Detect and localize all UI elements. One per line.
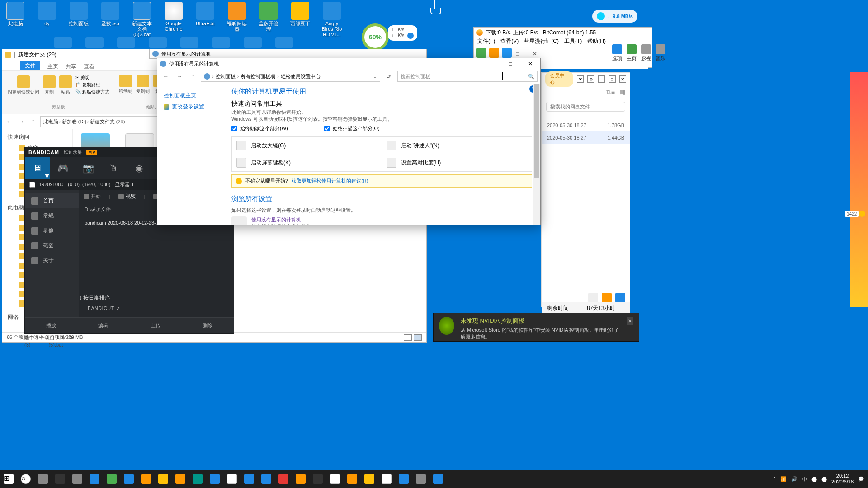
- maximize-button[interactable]: □: [509, 49, 526, 59]
- file-row[interactable]: 2020-05-30 18:271.78GB: [542, 119, 630, 131]
- start-button[interactable]: ⊞: [0, 470, 17, 488]
- view-lock[interactable]: [615, 293, 625, 303]
- nav-image[interactable]: 截图: [25, 238, 79, 253]
- bandicut-button[interactable]: BANDICUT ↗: [84, 302, 229, 314]
- btn-cut[interactable]: ✂ 剪切: [75, 75, 109, 81]
- taskbar-app[interactable]: [412, 470, 429, 488]
- desktop-icon[interactable]: [115, 37, 137, 48]
- net-speed-widget[interactable]: ↑ - K/s↓ - K/s: [388, 25, 417, 41]
- menu-view[interactable]: 查看(V): [500, 38, 519, 47]
- clock[interactable]: 20:122020/6/18: [831, 473, 854, 485]
- mode-screen[interactable]: 🖥▾: [25, 157, 50, 179]
- btn-upload[interactable]: 上传: [151, 322, 160, 329]
- desktop-icon[interactable]: dy: [36, 2, 58, 37]
- nav-fwd[interactable]: →: [174, 73, 185, 80]
- option-row[interactable]: 使用没有显示的计算机 为有视力障碍的人进行优化: [231, 214, 532, 225]
- btn-moveto[interactable]: 移动到: [119, 75, 132, 94]
- taskbar-app[interactable]: [172, 470, 189, 488]
- tb-music[interactable]: 音乐: [656, 44, 665, 62]
- mail-icon[interactable]: ✉: [577, 75, 584, 83]
- sort-icon[interactable]: ⇅≡: [606, 89, 615, 96]
- taskbar-app[interactable]: [361, 470, 378, 488]
- btn-pin[interactable]: 固定到快速访问: [8, 75, 39, 95]
- desktop-icon[interactable]: Google Chrome: [163, 2, 184, 37]
- desktop-icon[interactable]: [84, 37, 105, 48]
- nav-about[interactable]: 关于: [25, 253, 79, 268]
- desktop-icon[interactable]: 控制面板: [68, 2, 90, 37]
- crumb[interactable]: 控制面板: [216, 73, 236, 80]
- taskbar-app[interactable]: [326, 470, 344, 488]
- close-icon[interactable]: ✕: [619, 75, 626, 83]
- taskbar-app[interactable]: [189, 470, 206, 488]
- nvidia-toast[interactable]: 未发现 NVIDIA 控制面板 从 Microsoft Store 的"我的软件…: [433, 313, 639, 342]
- tray-chevron[interactable]: ˄: [773, 476, 776, 482]
- btn-copypath[interactable]: 📋 复制路径: [75, 82, 109, 88]
- vip-chip[interactable]: 会员中心: [545, 71, 573, 87]
- crumb[interactable]: 轻松使用设置中心: [281, 73, 321, 80]
- close-button[interactable]: ✕: [526, 49, 543, 59]
- menu-tools[interactable]: 工具(T): [564, 38, 582, 47]
- taskbar-app[interactable]: [120, 470, 137, 488]
- option-link[interactable]: 使用没有显示的计算机: [251, 217, 301, 222]
- eoa-back-titlebar[interactable]: 使用没有显示的计算机: [149, 49, 235, 59]
- btn-edit[interactable]: 编辑: [98, 322, 108, 329]
- tb-start[interactable]: [476, 48, 486, 58]
- maximize-icon[interactable]: □: [609, 75, 615, 83]
- menu-passport[interactable]: 彗星漫行证(C): [524, 38, 559, 47]
- nav-back[interactable]: ←: [5, 117, 14, 126]
- ime-icon[interactable]: 中: [802, 476, 807, 483]
- nav-back[interactable]: ←: [160, 73, 172, 80]
- link-cp-home[interactable]: 控制面板主页: [164, 90, 222, 101]
- desktop-icon[interactable]: 福昕阅读器: [226, 2, 248, 37]
- tab-start[interactable]: 开始: [84, 193, 101, 200]
- minimize-button[interactable]: —: [492, 49, 509, 59]
- taskbar-app[interactable]: [258, 470, 275, 488]
- network-icon[interactable]: 📶: [780, 476, 787, 482]
- view-star[interactable]: [602, 293, 612, 303]
- desktop-icon[interactable]: [274, 37, 295, 48]
- set-high-contrast[interactable]: 设置高对比度(U): [382, 154, 532, 171]
- start-magnifier[interactable]: 启动放大镜(G): [232, 137, 382, 154]
- mode-game[interactable]: 🎮: [50, 157, 75, 179]
- tb-video[interactable]: 影视: [641, 44, 651, 62]
- desktop-icon[interactable]: [179, 37, 200, 48]
- taskbar-app[interactable]: [69, 470, 86, 488]
- desktop-icon[interactable]: 此电脑: [5, 2, 26, 37]
- btn-copyto[interactable]: 复制到: [136, 75, 150, 94]
- tab-video[interactable]: 视频: [118, 193, 136, 200]
- minimize-button[interactable]: —: [481, 58, 500, 69]
- taskbar-app[interactable]: [86, 470, 103, 488]
- desktop-icon[interactable]: 盖多开管理: [258, 2, 279, 37]
- settings-icon[interactable]: ⚙: [587, 75, 594, 83]
- desktop-icon[interactable]: [242, 37, 264, 48]
- close-button[interactable]: ✕: [520, 58, 540, 69]
- toast-close[interactable]: ✕: [627, 317, 633, 325]
- crumb[interactable]: 新建文件夹 (29): [90, 118, 125, 125]
- nav-general[interactable]: 常规: [25, 208, 79, 223]
- mode-webcam[interactable]: ◉: [126, 157, 151, 179]
- grid-icon[interactable]: ▦: [619, 89, 625, 96]
- taskbar-app[interactable]: [241, 470, 258, 488]
- always-scan-checkbox[interactable]: 始终扫描这个部分(O): [324, 125, 380, 132]
- taskbar-app[interactable]: [378, 470, 395, 488]
- desktop-icon[interactable]: 爱数.iso: [99, 2, 121, 37]
- desktop-icon[interactable]: 新建文本文档 (5)2.bat: [131, 2, 153, 37]
- crumb[interactable]: 此电脑: [43, 118, 58, 125]
- sort-label[interactable]: ↕ 按日期排序: [79, 294, 234, 302]
- taskview-button[interactable]: [34, 470, 52, 488]
- notifications-icon[interactable]: 💬: [858, 476, 864, 482]
- nav-up[interactable]: ↑: [28, 117, 38, 126]
- taskbar-app[interactable]: [395, 470, 412, 488]
- view-grid[interactable]: [588, 293, 598, 303]
- btn-paste[interactable]: 粘贴: [59, 75, 72, 95]
- taskbar-app[interactable]: [206, 470, 223, 488]
- btn-delete[interactable]: 删除: [203, 322, 212, 329]
- taskbar-app[interactable]: [103, 470, 120, 488]
- crumb[interactable]: 所有控制面板项: [241, 73, 275, 80]
- tab-view[interactable]: 查看: [84, 63, 94, 70]
- res-checkbox[interactable]: [29, 182, 35, 188]
- breadcrumb[interactable]: › 控制面板› 所有控制面板项› 轻松使用设置中心 ⌄: [201, 71, 380, 82]
- nav-video[interactable]: 录像: [25, 223, 79, 238]
- tb-home[interactable]: 主页: [627, 44, 637, 62]
- menu-help[interactable]: 帮助(H): [587, 38, 606, 47]
